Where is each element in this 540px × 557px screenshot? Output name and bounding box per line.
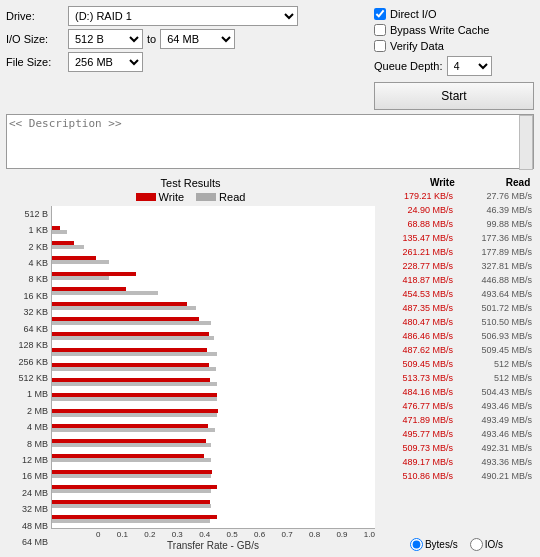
result-row: 487.62 MB/s509.45 MB/s xyxy=(379,344,534,357)
y-label: 2 MB xyxy=(6,407,48,416)
result-row: 228.77 MB/s327.81 MB/s xyxy=(379,260,534,273)
result-row: 510.86 MB/s490.21 MB/s xyxy=(379,470,534,483)
y-label: 256 KB xyxy=(6,358,48,367)
read-bar xyxy=(52,336,214,340)
read-bar xyxy=(52,489,211,493)
read-bar xyxy=(52,230,67,234)
y-label: 64 MB xyxy=(6,538,48,547)
result-read-value: 509.45 MB/s xyxy=(460,344,532,357)
verify-data-checkbox[interactable] xyxy=(374,40,386,52)
x-axis-label: 0.2 xyxy=(144,530,155,539)
y-label: 8 KB xyxy=(6,275,48,284)
drive-select[interactable]: (D:) RAID 1 xyxy=(68,6,298,26)
result-row: 487.35 MB/s501.72 MB/s xyxy=(379,302,534,315)
read-bar xyxy=(52,397,217,401)
result-write-value: 476.77 MB/s xyxy=(381,400,453,413)
read-bar xyxy=(52,291,158,295)
result-row: 513.73 MB/s512 MB/s xyxy=(379,372,534,385)
x-axis-label: 1.0 xyxy=(364,530,375,539)
result-write-value: 509.45 MB/s xyxy=(381,358,453,371)
bypass-write-cache-label[interactable]: Bypass Write Cache xyxy=(390,24,489,36)
to-label: to xyxy=(147,33,156,45)
read-bar xyxy=(52,428,215,432)
result-write-value: 179.21 KB/s xyxy=(381,190,453,203)
results-rows: 179.21 KB/s27.76 MB/s24.90 MB/s46.39 MB/… xyxy=(379,190,534,535)
bar-pair xyxy=(52,498,375,510)
verify-data-label[interactable]: Verify Data xyxy=(390,40,444,52)
drive-row: Drive: (D:) RAID 1 xyxy=(6,6,366,26)
io-size-to-select[interactable]: 64 MB xyxy=(160,29,235,49)
result-read-value: 177.36 MB/s xyxy=(460,232,532,245)
result-write-value: 486.46 MB/s xyxy=(381,330,453,343)
direct-io-label[interactable]: Direct I/O xyxy=(390,8,436,20)
result-row: 476.77 MB/s493.46 MB/s xyxy=(379,400,534,413)
y-label: 4 MB xyxy=(6,423,48,432)
bar-pair xyxy=(52,315,375,327)
result-read-value: 493.49 MB/s xyxy=(460,414,532,427)
result-read-value: 512 MB/s xyxy=(460,358,532,371)
x-axis-label: 0.6 xyxy=(254,530,265,539)
result-write-value: 135.47 MB/s xyxy=(381,232,453,245)
result-read-value: 501.72 MB/s xyxy=(460,302,532,315)
io-size-from-select[interactable]: 512 B xyxy=(68,29,143,49)
result-write-value: 509.73 MB/s xyxy=(381,442,453,455)
bar-pair xyxy=(52,300,375,312)
read-bar xyxy=(52,382,217,386)
result-write-value: 487.35 MB/s xyxy=(381,302,453,315)
bar-pair xyxy=(52,483,375,495)
y-label: 1 MB xyxy=(6,390,48,399)
read-bar xyxy=(52,367,216,371)
units-row: Bytes/s IO/s xyxy=(379,538,534,551)
direct-io-checkbox[interactable] xyxy=(374,8,386,20)
result-write-value: 24.90 MB/s xyxy=(381,204,453,217)
result-row: 261.21 MB/s177.89 MB/s xyxy=(379,246,534,259)
y-label: 16 KB xyxy=(6,292,48,301)
result-write-value: 510.86 MB/s xyxy=(381,470,453,483)
ios-radio[interactable] xyxy=(470,538,483,551)
bytes-label[interactable]: Bytes/s xyxy=(425,539,458,550)
file-size-select[interactable]: 256 MB xyxy=(68,52,143,72)
y-label: 2 KB xyxy=(6,243,48,252)
queue-depth-select[interactable]: 4 xyxy=(447,56,492,76)
right-controls: Direct I/O Bypass Write Cache Verify Dat… xyxy=(374,6,534,110)
result-read-value: 504.43 MB/s xyxy=(460,386,532,399)
result-row: 495.77 MB/s493.46 MB/s xyxy=(379,428,534,441)
chart-area: Test Results Write Read 512 B1 KB2 KB4 K… xyxy=(6,177,375,551)
result-read-value: 493.46 MB/s xyxy=(460,428,532,441)
io-size-row: I/O Size: 512 B to 64 MB xyxy=(6,29,366,49)
result-row: 489.17 MB/s493.36 MB/s xyxy=(379,456,534,469)
description-textarea[interactable]: << Description >> xyxy=(6,114,534,169)
read-bar xyxy=(52,276,109,280)
bars-container xyxy=(51,206,375,529)
read-bar xyxy=(52,321,211,325)
result-read-value: 177.89 MB/s xyxy=(460,246,532,259)
read-bar xyxy=(52,260,109,264)
result-write-value: 418.87 MB/s xyxy=(381,274,453,287)
result-read-value: 512 MB/s xyxy=(460,372,532,385)
result-write-value: 471.89 MB/s xyxy=(381,414,453,427)
bytes-radio[interactable] xyxy=(410,538,423,551)
result-read-value: 27.76 MB/s xyxy=(460,190,532,203)
bypass-write-cache-checkbox[interactable] xyxy=(374,24,386,36)
verify-data-row: Verify Data xyxy=(374,40,534,52)
write-legend-color xyxy=(136,193,156,201)
y-label: 512 KB xyxy=(6,374,48,383)
read-bar xyxy=(52,519,210,523)
result-row: 480.47 MB/s510.50 MB/s xyxy=(379,316,534,329)
bar-pair xyxy=(52,422,375,434)
description-scrollbar[interactable] xyxy=(519,115,533,170)
read-bar xyxy=(52,413,217,417)
result-row: 24.90 MB/s46.39 MB/s xyxy=(379,204,534,217)
ios-label[interactable]: IO/s xyxy=(485,539,503,550)
bar-pair xyxy=(52,407,375,419)
left-controls: Drive: (D:) RAID 1 I/O Size: 512 B to 64… xyxy=(6,6,366,110)
start-button[interactable]: Start xyxy=(374,82,534,110)
y-label: 16 MB xyxy=(6,472,48,481)
chart-section: Test Results Write Read 512 B1 KB2 KB4 K… xyxy=(6,177,534,551)
read-legend-label: Read xyxy=(219,191,245,203)
result-read-value: 46.39 MB/s xyxy=(460,204,532,217)
bypass-write-cache-row: Bypass Write Cache xyxy=(374,24,534,36)
write-legend: Write xyxy=(136,191,184,203)
top-section: Drive: (D:) RAID 1 I/O Size: 512 B to 64… xyxy=(6,6,534,110)
y-label: 12 MB xyxy=(6,456,48,465)
